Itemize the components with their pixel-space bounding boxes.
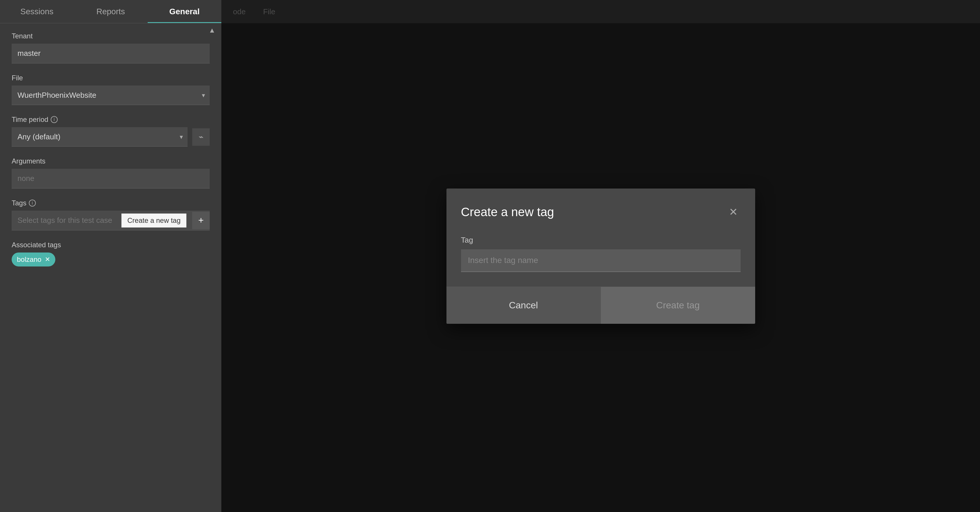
file-select-wrapper: WuerthPhoenixWebsite ▾ [12,86,210,105]
time-period-select[interactable]: Any (default) [12,127,188,147]
tab-reports[interactable]: Reports [74,0,147,23]
modal-tag-input[interactable] [461,249,741,272]
time-period-field-group: Time period i Any (default) ▾ ⌁ [12,116,210,147]
tenant-input[interactable] [12,44,210,63]
right-area: ode File Create a new tag ✕ Tag Cancel C… [221,0,980,512]
associated-tags-label: Associated tags [12,241,210,249]
tenant-label: Tenant [12,32,210,40]
file-label: File [12,74,210,82]
time-period-select-wrapper: Any (default) ▾ [12,127,188,147]
arguments-field-group: Arguments [12,157,210,189]
time-period-label: Time period i [12,116,210,124]
tab-sessions[interactable]: Sessions [0,0,74,23]
file-field-group: File WuerthPhoenixWebsite ▾ [12,74,210,105]
tags-info-icon[interactable]: i [29,200,36,206]
left-panel: Sessions Reports General ▲ Tenant File W… [0,0,221,512]
time-period-info-icon[interactable]: i [51,116,58,123]
tags-row: Create a new tag + [12,211,210,230]
add-tag-button[interactable]: + [192,212,210,229]
arguments-input[interactable] [12,169,210,189]
modal-cancel-button[interactable]: Cancel [447,287,601,324]
close-icon: ✕ [729,206,738,218]
create-tag-modal: Create a new tag ✕ Tag Cancel Create tag [447,189,755,324]
tab-bar: Sessions Reports General [0,0,221,23]
tab-general[interactable]: General [148,0,221,23]
link-icon: ⌁ [199,132,204,142]
modal-tag-label: Tag [461,236,741,245]
arguments-label: Arguments [12,157,210,165]
tags-label: Tags i [12,199,210,207]
file-select[interactable]: WuerthPhoenixWebsite [12,86,210,105]
panel-content: ▲ Tenant File WuerthPhoenixWebsite ▾ Tim… [0,23,221,512]
modal-create-button[interactable]: Create tag [601,287,755,324]
tag-chip-bolzano: bolzano ✕ [12,252,55,266]
modal-header: Create a new tag ✕ [447,189,755,230]
modal-title: Create a new tag [461,205,554,219]
tenant-field-group: Tenant [12,32,210,63]
tag-chip-remove-button[interactable]: ✕ [45,256,50,263]
modal-overlay: Create a new tag ✕ Tag Cancel Create tag [221,0,980,512]
time-period-row: Any (default) ▾ ⌁ [12,127,210,147]
modal-body: Tag [447,230,755,287]
time-period-link-button[interactable]: ⌁ [192,128,210,146]
tags-field-group: Tags i Create a new tag + [12,199,210,230]
collapse-button[interactable]: ▲ [208,26,215,34]
modal-footer: Cancel Create tag [447,287,755,324]
modal-close-button[interactable]: ✕ [726,203,741,221]
plus-icon: + [198,215,204,226]
associated-tags-section: Associated tags bolzano ✕ [12,241,210,266]
create-tag-tooltip[interactable]: Create a new tag [121,214,186,227]
